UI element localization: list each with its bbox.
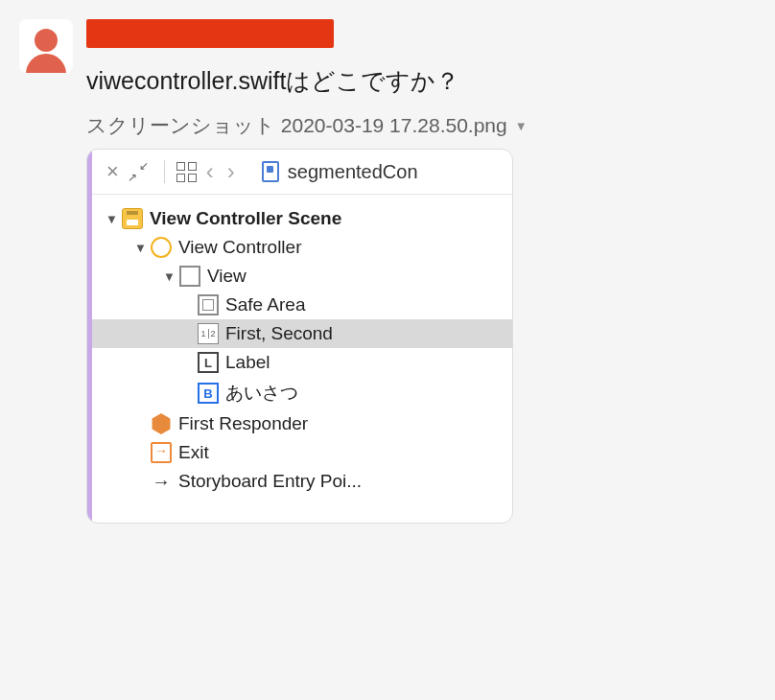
button-icon: B bbox=[198, 383, 219, 404]
outline-view-row[interactable]: ▼ View bbox=[92, 262, 512, 291]
segmented-label: First, Second bbox=[225, 323, 333, 344]
nav-back-icon[interactable]: ‹ bbox=[202, 160, 218, 183]
outline-button-row[interactable]: B あいさつ bbox=[92, 377, 512, 409]
outline-segmented-row[interactable]: 12 First, Second bbox=[92, 319, 512, 348]
view-label: View bbox=[207, 266, 247, 287]
view-controller-icon bbox=[151, 237, 172, 258]
storyboard-file-icon bbox=[262, 161, 279, 182]
document-outline: ▼ View Controller Scene ▼ View Controlle… bbox=[92, 195, 512, 523]
safe-area-icon bbox=[198, 294, 219, 315]
safe-area-label: Safe Area bbox=[225, 294, 305, 315]
outline-safearea-row[interactable]: Safe Area bbox=[92, 291, 512, 319]
vc-label: View Controller bbox=[178, 237, 301, 258]
expand-icon[interactable] bbox=[128, 161, 149, 182]
outline-first-responder-row[interactable]: First Responder bbox=[92, 409, 512, 438]
outline-vc-row[interactable]: ▼ View Controller bbox=[92, 233, 512, 262]
arrow-right-icon: → bbox=[151, 471, 172, 492]
outline-exit-row[interactable]: Exit bbox=[92, 438, 512, 467]
button-label: あいさつ bbox=[225, 381, 298, 406]
nav-forward-icon[interactable]: › bbox=[223, 160, 239, 183]
message-content: viwecontroller.swiftはどこですか？ スクリーンショット 20… bbox=[86, 19, 775, 524]
outline-entrypoint-row[interactable]: → Storyboard Entry Poi... bbox=[92, 467, 512, 496]
xcode-toolbar: × ‹ › segmentedCon bbox=[92, 150, 512, 195]
entrypoint-label: Storyboard Entry Poi... bbox=[178, 471, 362, 492]
scene-label: View Controller Scene bbox=[150, 208, 341, 229]
screenshot-attachment[interactable]: × ‹ › segmentedCon ▼ View Controller Sce… bbox=[86, 149, 513, 524]
username-redacted bbox=[86, 19, 334, 48]
attachment-filename: スクリーンショット 2020-03-19 17.28.50.png bbox=[86, 112, 507, 139]
tab-file[interactable]: segmentedCon bbox=[262, 161, 418, 183]
attachment-filename-row[interactable]: スクリーンショット 2020-03-19 17.28.50.png ▼ bbox=[86, 112, 775, 139]
first-responder-label: First Responder bbox=[178, 413, 308, 434]
message-text: viwecontroller.swiftはどこですか？ bbox=[86, 65, 775, 97]
outline-label-row[interactable]: L Label bbox=[92, 348, 512, 377]
tab-title: segmentedCon bbox=[288, 161, 418, 183]
left-accent bbox=[87, 150, 92, 523]
disclosure-triangle-icon[interactable]: ▼ bbox=[106, 212, 119, 226]
label-label: Label bbox=[225, 352, 270, 373]
scene-icon bbox=[122, 208, 143, 229]
exit-icon bbox=[151, 442, 172, 463]
outline-scene-row[interactable]: ▼ View Controller Scene bbox=[92, 204, 512, 233]
toolbar-divider bbox=[164, 160, 165, 183]
avatar[interactable] bbox=[19, 19, 73, 73]
caret-down-icon[interactable]: ▼ bbox=[515, 119, 528, 133]
segmented-control-icon: 12 bbox=[198, 323, 219, 344]
exit-label: Exit bbox=[178, 442, 209, 463]
disclosure-triangle-icon[interactable]: ▼ bbox=[163, 269, 176, 284]
first-responder-icon bbox=[151, 413, 172, 434]
view-icon bbox=[179, 266, 200, 287]
chat-message: viwecontroller.swiftはどこですか？ スクリーンショット 20… bbox=[19, 19, 775, 524]
close-icon[interactable]: × bbox=[104, 161, 122, 182]
label-icon: L bbox=[198, 352, 219, 373]
disclosure-triangle-icon[interactable]: ▼ bbox=[134, 241, 148, 255]
grid-icon[interactable] bbox=[176, 162, 197, 182]
